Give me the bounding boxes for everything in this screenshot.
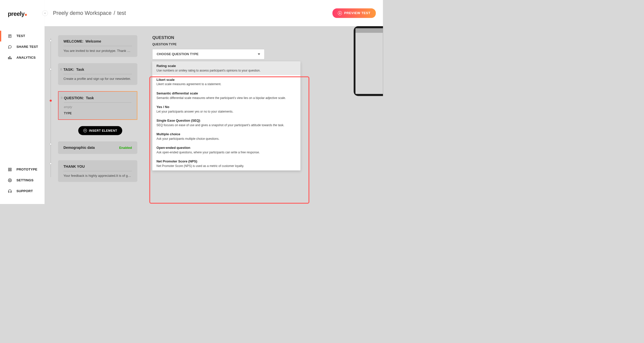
nav-item-settings[interactable]: SETTINGS: [0, 175, 45, 186]
headphones-icon: [8, 189, 12, 193]
step-question[interactable]: ⠿ QUESTION: Task empty TYPE: [58, 91, 137, 120]
step-label: TASK:: [63, 67, 74, 72]
svg-rect-6: [11, 58, 12, 59]
option-multiple-choice[interactable]: Multiple choice Ask your participants mu…: [152, 129, 300, 143]
step-thankyou[interactable]: THANK YOU Your feedback is highly apprec…: [58, 160, 137, 182]
step-desc: Create a profile and sign up for our new…: [63, 74, 132, 81]
breadcrumb-workspace[interactable]: Preely demo Workspace: [53, 10, 112, 16]
preview-test-button[interactable]: PREVIEW TEST: [333, 8, 376, 18]
option-title: Semantic differential scale: [156, 91, 296, 95]
nav-item-prototype[interactable]: PROTOTYPE: [0, 164, 45, 175]
svg-rect-9: [8, 170, 10, 171]
step-label: WELCOME:: [63, 39, 83, 44]
step-task[interactable]: ⠿ TASK: Task Create a profile and sign u…: [58, 63, 137, 85]
option-semantic-differential[interactable]: Semantic differential scale Semantic dif…: [152, 89, 300, 102]
prototype-icon: [8, 167, 12, 172]
phone-preview: [354, 26, 383, 96]
editor-heading: QUESTION: [152, 35, 368, 40]
question-type-dropdown: Rating scale Use numbers or smiley ratin…: [152, 61, 300, 170]
nav-item-share[interactable]: SHARE TEST: [0, 42, 45, 52]
status-badge: Enabled: [119, 146, 132, 150]
question-editor: QUESTION QUESTION TYPE CHOOSE QUESTION T…: [149, 26, 383, 204]
plus-icon: +: [83, 129, 87, 132]
logo[interactable]: preely: [0, 0, 45, 25]
nav-item-test[interactable]: TEST: [0, 31, 45, 42]
option-yes-no[interactable]: Yes / No Let your participants answer ye…: [152, 102, 300, 116]
insert-element-button[interactable]: + INSERT ELEMENT: [78, 126, 122, 135]
gear-icon: [8, 178, 12, 183]
option-title: Rating scale: [156, 64, 296, 68]
preview-btn-label: PREVIEW TEST: [344, 11, 371, 15]
top-bar: ‹ Preely demo Workspace / test PREVIEW T…: [45, 0, 383, 26]
option-likert[interactable]: Likert scale Likert scale measures agree…: [152, 75, 300, 89]
logo-text: preely: [8, 11, 25, 17]
option-desc: Likert scale measures agreement to a sta…: [156, 83, 296, 86]
svg-rect-10: [10, 170, 12, 171]
option-desc: Net Promoter Score (NPS) is used as a me…: [156, 164, 296, 168]
option-desc: Ask open-ended questions, where your par…: [156, 151, 296, 154]
play-icon: [338, 11, 342, 15]
nav-label: TEST: [16, 34, 25, 38]
nav-item-support[interactable]: SUPPORT: [0, 186, 45, 196]
svg-rect-4: [8, 57, 9, 59]
option-title: Likert scale: [156, 78, 296, 82]
insert-btn-label: INSERT ELEMENT: [89, 129, 117, 132]
nav-label: ANALYTICS: [16, 56, 35, 59]
step-name: Welcome: [86, 39, 101, 44]
phone-status-bar: [355, 28, 383, 33]
option-rating-scale[interactable]: Rating scale Use numbers or smiley ratin…: [152, 61, 300, 75]
step-name: Task: [76, 67, 84, 72]
question-type-select[interactable]: CHOOSE QUESTION TYPE: [152, 49, 264, 59]
timeline-dot: [50, 143, 52, 145]
nav-label: SETTINGS: [16, 178, 33, 182]
option-nps[interactable]: Net Promoter Score (NPS) Net Promoter Sc…: [152, 157, 300, 170]
chat-icon: [8, 45, 12, 49]
step-list: WELCOME: Welcome You are invited to test…: [45, 26, 149, 204]
option-title: Multiple choice: [156, 132, 296, 136]
timeline-dot: [50, 40, 52, 42]
breadcrumb-current: test: [117, 10, 126, 16]
step-type-label: TYPE: [64, 112, 132, 115]
option-seq[interactable]: Single Ease Question (SEQ) SEQ focuses o…: [152, 116, 300, 129]
option-open-ended[interactable]: Open-ended question Ask open-ended quest…: [152, 143, 300, 157]
step-welcome[interactable]: WELCOME: Welcome You are invited to test…: [58, 35, 137, 57]
nav-main: TEST SHARE TEST ANALYTICS: [0, 25, 45, 164]
step-label: QUESTION:: [64, 96, 84, 100]
timeline-dot: [50, 68, 52, 70]
phone-screen: [355, 28, 383, 94]
logo-dot-icon: [25, 14, 27, 16]
step-desc: You are invited to test our prototype. T…: [63, 46, 132, 53]
step-empty-text: empty: [64, 102, 132, 109]
svg-rect-7: [8, 168, 10, 169]
select-placeholder: CHOOSE QUESTION TYPE: [157, 52, 198, 56]
chevron-down-icon: [258, 53, 260, 55]
nav-item-analytics[interactable]: ANALYTICS: [0, 52, 45, 63]
step-label: THANK YOU: [63, 164, 85, 169]
breadcrumb-sep: /: [114, 10, 115, 16]
nav-label: SHARE TEST: [16, 45, 38, 49]
nav-bottom: PROTOTYPE SETTINGS SUPPORT: [0, 164, 45, 204]
chevron-left-icon: ‹: [45, 11, 46, 15]
drag-handle-icon[interactable]: ⠿: [61, 96, 62, 100]
nav-label: PROTOTYPE: [16, 167, 37, 171]
option-desc: Use numbers or smiley rating to assess p…: [156, 69, 296, 73]
drag-handle-icon[interactable]: ⠿: [60, 68, 62, 71]
svg-point-11: [9, 180, 10, 181]
step-demographic[interactable]: Demographic data Enabled: [58, 141, 137, 154]
svg-rect-8: [10, 168, 12, 169]
option-desc: Let your participants answer yes or no t…: [156, 110, 296, 113]
svg-rect-5: [10, 56, 10, 59]
option-desc: Semantic differential scale measures whe…: [156, 96, 296, 100]
option-title: Net Promoter Score (NPS): [156, 159, 296, 163]
left-sidebar: preely TEST SHARE TEST ANALYTICS: [0, 0, 45, 204]
timeline-dot: [50, 162, 52, 164]
demographic-label: Demographic data: [63, 146, 95, 150]
back-button[interactable]: ‹: [42, 10, 48, 16]
option-desc: SEQ focuses on ease of use and gives a s…: [156, 123, 296, 127]
timeline-dot-active: [50, 99, 52, 101]
option-title: Yes / No: [156, 105, 296, 109]
timeline: [51, 38, 51, 177]
test-icon: [8, 34, 12, 38]
step-name: Task: [86, 96, 94, 100]
breadcrumb: Preely demo Workspace / test: [53, 10, 126, 16]
